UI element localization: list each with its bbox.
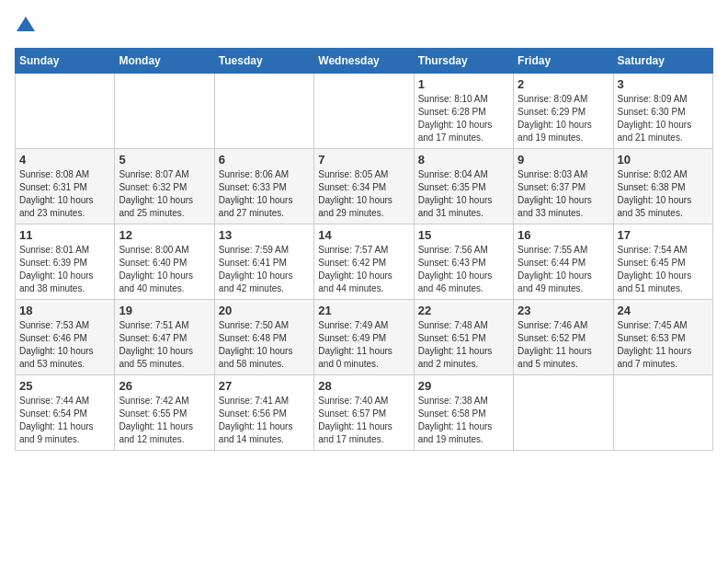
day-info: Sunrise: 8:10 AM Sunset: 6:28 PM Dayligh… [418,93,509,144]
weekday-header-friday: Friday [514,49,613,74]
day-number: 3 [618,77,709,91]
calendar-cell [16,74,115,149]
day-info: Sunrise: 7:56 AM Sunset: 6:43 PM Dayligh… [418,244,509,295]
header [15,15,713,37]
day-info: Sunrise: 7:38 AM Sunset: 6:58 PM Dayligh… [418,395,509,446]
day-number: 27 [219,379,310,393]
day-info: Sunrise: 7:55 AM Sunset: 6:44 PM Dayligh… [518,244,609,295]
day-info: Sunrise: 8:09 AM Sunset: 6:29 PM Dayligh… [518,93,609,144]
calendar-cell: 17Sunrise: 7:54 AM Sunset: 6:45 PM Dayli… [613,224,712,300]
day-number: 8 [418,153,509,167]
day-number: 15 [418,228,509,242]
day-info: Sunrise: 8:07 AM Sunset: 6:32 PM Dayligh… [119,168,210,220]
day-number: 22 [418,304,509,317]
calendar-cell: 19Sunrise: 7:51 AM Sunset: 6:47 PM Dayli… [115,300,214,375]
day-number: 25 [19,379,110,393]
day-number: 5 [119,153,210,167]
day-number: 29 [418,379,509,393]
day-number: 4 [19,153,110,167]
calendar-cell: 24Sunrise: 7:45 AM Sunset: 6:53 PM Dayli… [613,300,712,375]
weekday-header-monday: Monday [115,49,214,74]
calendar-table: SundayMondayTuesdayWednesdayThursdayFrid… [15,48,713,451]
day-number: 18 [19,304,110,317]
day-number: 16 [518,228,609,242]
day-number: 12 [119,228,210,242]
weekday-header-thursday: Thursday [414,49,513,74]
calendar-cell: 18Sunrise: 7:53 AM Sunset: 6:46 PM Dayli… [16,300,115,375]
day-info: Sunrise: 8:01 AM Sunset: 6:39 PM Dayligh… [19,244,110,295]
calendar-cell: 15Sunrise: 7:56 AM Sunset: 6:43 PM Dayli… [414,224,513,300]
day-number: 9 [518,153,609,167]
day-info: Sunrise: 7:42 AM Sunset: 6:55 PM Dayligh… [119,395,210,446]
day-number: 19 [119,304,210,317]
calendar-cell: 10Sunrise: 8:02 AM Sunset: 6:38 PM Dayli… [613,149,712,224]
day-info: Sunrise: 8:09 AM Sunset: 6:30 PM Dayligh… [618,93,709,144]
day-info: Sunrise: 7:45 AM Sunset: 6:53 PM Dayligh… [618,319,709,371]
day-info: Sunrise: 7:59 AM Sunset: 6:41 PM Dayligh… [219,244,310,295]
calendar-cell: 29Sunrise: 7:38 AM Sunset: 6:58 PM Dayli… [414,375,513,451]
calendar-cell: 2Sunrise: 8:09 AM Sunset: 6:29 PM Daylig… [514,74,613,149]
day-number: 26 [119,379,210,393]
calendar-cell: 12Sunrise: 8:00 AM Sunset: 6:40 PM Dayli… [115,224,214,300]
logo-icon [15,15,37,37]
calendar-cell [314,74,414,149]
day-number: 23 [518,304,609,317]
weekday-header-sunday: Sunday [16,49,115,74]
calendar-cell: 16Sunrise: 7:55 AM Sunset: 6:44 PM Dayli… [514,224,613,300]
day-number: 14 [318,228,409,242]
day-number: 20 [219,304,310,317]
day-info: Sunrise: 7:51 AM Sunset: 6:47 PM Dayligh… [119,319,210,371]
day-info: Sunrise: 8:00 AM Sunset: 6:40 PM Dayligh… [119,244,210,295]
calendar-cell: 20Sunrise: 7:50 AM Sunset: 6:48 PM Dayli… [214,300,313,375]
day-number: 6 [219,153,310,167]
day-number: 28 [318,379,409,393]
day-info: Sunrise: 7:46 AM Sunset: 6:52 PM Dayligh… [518,319,609,371]
day-info: Sunrise: 7:40 AM Sunset: 6:57 PM Dayligh… [318,395,409,446]
day-info: Sunrise: 7:54 AM Sunset: 6:45 PM Dayligh… [618,244,709,295]
calendar-cell: 8Sunrise: 8:04 AM Sunset: 6:35 PM Daylig… [414,149,513,224]
day-number: 24 [618,304,709,317]
day-number: 17 [618,228,709,242]
day-info: Sunrise: 7:50 AM Sunset: 6:48 PM Dayligh… [219,319,310,371]
calendar-cell [514,375,613,451]
calendar-cell: 28Sunrise: 7:40 AM Sunset: 6:57 PM Dayli… [314,375,414,451]
calendar-cell [214,74,313,149]
calendar-cell: 6Sunrise: 8:06 AM Sunset: 6:33 PM Daylig… [214,149,313,224]
calendar-cell: 26Sunrise: 7:42 AM Sunset: 6:55 PM Dayli… [115,375,214,451]
day-info: Sunrise: 8:08 AM Sunset: 6:31 PM Dayligh… [19,168,110,220]
calendar-cell [613,375,712,451]
calendar-cell: 9Sunrise: 8:03 AM Sunset: 6:37 PM Daylig… [514,149,613,224]
calendar-cell [115,74,214,149]
calendar-cell: 22Sunrise: 7:48 AM Sunset: 6:51 PM Dayli… [414,300,513,375]
weekday-header-saturday: Saturday [613,49,712,74]
calendar-cell: 27Sunrise: 7:41 AM Sunset: 6:56 PM Dayli… [214,375,313,451]
calendar-cell: 1Sunrise: 8:10 AM Sunset: 6:28 PM Daylig… [414,74,513,149]
calendar-cell: 11Sunrise: 8:01 AM Sunset: 6:39 PM Dayli… [16,224,115,300]
day-number: 2 [518,77,609,91]
calendar-cell: 13Sunrise: 7:59 AM Sunset: 6:41 PM Dayli… [214,224,313,300]
day-info: Sunrise: 7:49 AM Sunset: 6:49 PM Dayligh… [318,319,409,371]
calendar-cell: 21Sunrise: 7:49 AM Sunset: 6:49 PM Dayli… [314,300,414,375]
day-info: Sunrise: 8:03 AM Sunset: 6:37 PM Dayligh… [518,168,609,220]
day-number: 10 [618,153,709,167]
day-info: Sunrise: 7:41 AM Sunset: 6:56 PM Dayligh… [219,395,310,446]
day-number: 21 [318,304,409,317]
day-info: Sunrise: 8:02 AM Sunset: 6:38 PM Dayligh… [618,168,709,220]
svg-marker-0 [17,17,35,31]
day-info: Sunrise: 7:53 AM Sunset: 6:46 PM Dayligh… [19,319,110,371]
day-info: Sunrise: 7:44 AM Sunset: 6:54 PM Dayligh… [19,395,110,446]
calendar-cell: 23Sunrise: 7:46 AM Sunset: 6:52 PM Dayli… [514,300,613,375]
calendar-cell: 25Sunrise: 7:44 AM Sunset: 6:54 PM Dayli… [16,375,115,451]
day-number: 11 [19,228,110,242]
calendar-cell: 7Sunrise: 8:05 AM Sunset: 6:34 PM Daylig… [314,149,414,224]
logo [15,15,40,37]
day-number: 7 [318,153,409,167]
calendar-cell: 5Sunrise: 8:07 AM Sunset: 6:32 PM Daylig… [115,149,214,224]
weekday-header-tuesday: Tuesday [214,49,313,74]
calendar-cell: 14Sunrise: 7:57 AM Sunset: 6:42 PM Dayli… [314,224,414,300]
calendar-cell: 3Sunrise: 8:09 AM Sunset: 6:30 PM Daylig… [613,74,712,149]
day-info: Sunrise: 7:48 AM Sunset: 6:51 PM Dayligh… [418,319,509,371]
weekday-header-wednesday: Wednesday [314,49,414,74]
day-number: 1 [418,77,509,91]
day-info: Sunrise: 8:04 AM Sunset: 6:35 PM Dayligh… [418,168,509,220]
